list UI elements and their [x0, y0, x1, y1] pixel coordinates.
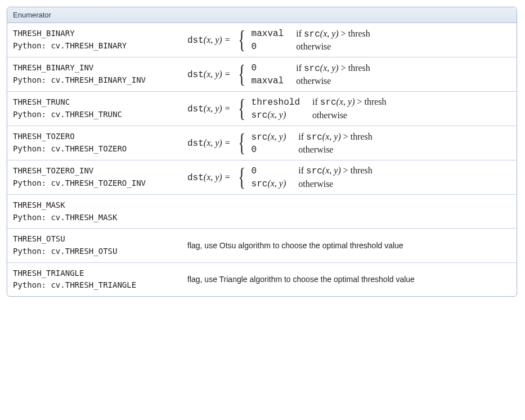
cond-args: (x, y): [320, 29, 339, 38]
enum-name-cell: THRESH_MASKPython: cv.THRESH_MASK: [7, 195, 182, 229]
enum-row: THRESH_MASKPython: cv.THRESH_MASK: [7, 195, 517, 229]
enum-python-name: Python: cv.THRESH_TRIANGLE: [13, 279, 176, 292]
enum-table: THRESH_BINARYPython: cv.THRESH_BINARYdst…: [7, 23, 517, 296]
cond-func: src: [304, 29, 320, 39]
formula-cases: maxvalif src(x, y) > thresh0otherwise: [252, 29, 370, 52]
enum-row: THRESH_OTSUPython: cv.THRESH_OTSUflag, u…: [7, 229, 517, 262]
enum-python-name: Python: cv.THRESH_TRUNC: [13, 109, 176, 121]
brace-icon: {: [239, 96, 246, 121]
enum-name: THRESH_TOZERO_INV: [13, 165, 176, 177]
cond-args: (x, y): [322, 166, 341, 175]
case-condition: otherwise: [298, 179, 373, 189]
formula-args: (x, y): [204, 35, 222, 44]
case-condition: if src(x, y) > thresh: [296, 63, 370, 74]
case-value: maxval: [252, 76, 284, 86]
enum-python-name: Python: cv.THRESH_TOZERO_INV: [13, 177, 176, 190]
enum-name-cell: THRESH_TOZEROPython: cv.THRESH_TOZERO: [7, 126, 182, 160]
case-value: src(x, y): [252, 178, 286, 189]
cond-suffix: > thresh: [355, 97, 386, 106]
case-value-func: src: [252, 179, 268, 189]
enum-name-cell: THRESH_OTSUPython: cv.THRESH_OTSU: [7, 229, 182, 262]
enum-description-cell: dst(x, y) = {src(x, y)if src(x, y) > thr…: [182, 126, 517, 160]
case-value-func: src: [252, 110, 268, 120]
enum-name: THRESH_OTSU: [13, 233, 176, 245]
cond-prefix: if: [296, 63, 304, 73]
case-value: 0: [252, 63, 284, 73]
cond-prefix: if: [298, 132, 306, 141]
cond-args: (x, y): [336, 97, 355, 106]
formula-dst: dst: [187, 104, 204, 114]
enum-name: THRESH_BINARY_INV: [13, 62, 176, 74]
case-value: maxval: [252, 29, 284, 39]
enum-name: THRESH_TRUNC: [13, 96, 176, 109]
case-value-func: src: [252, 132, 268, 142]
enum-description-cell: dst(x, y) = {0if src(x, y) > threshmaxva…: [182, 57, 517, 92]
formula-dst: dst: [187, 35, 204, 46]
enum-row: THRESH_TRIANGLEPython: cv.THRESH_TRIANGL…: [7, 262, 517, 296]
enum-description-cell: dst(x, y) = {thresholdif src(x, y) > thr…: [182, 92, 517, 126]
case-condition: if src(x, y) > thresh: [312, 97, 387, 108]
brace-icon: {: [239, 131, 246, 155]
enum-row: THRESH_TOZERO_INVPython: cv.THRESH_TOZER…: [7, 160, 517, 195]
enum-name-cell: THRESH_BINARY_INVPython: cv.THRESH_BINAR…: [7, 57, 182, 92]
enum-python-name: Python: cv.THRESH_TOZERO: [13, 143, 176, 155]
brace-icon: {: [239, 28, 246, 52]
formula-lhs: dst(x, y) =: [187, 138, 230, 149]
formula-lhs: dst(x, y) =: [187, 69, 230, 80]
cond-func: src: [304, 64, 320, 74]
cond-prefix: if: [298, 166, 306, 175]
case-condition: if src(x, y) > thresh: [296, 29, 370, 39]
enum-row: THRESH_BINARY_INVPython: cv.THRESH_BINAR…: [7, 57, 517, 92]
enum-description-text: flag, use Otsu algorithm to choose the o…: [187, 241, 403, 250]
enum-description-cell: flag, use Otsu algorithm to choose the o…: [182, 229, 517, 262]
formula-args: (x, y): [204, 104, 222, 113]
case-condition: if src(x, y) > thresh: [298, 132, 373, 142]
formula-cases: 0if src(x, y) > threshmaxvalotherwise: [252, 63, 370, 86]
enum-name: THRESH_MASK: [13, 199, 176, 212]
formula-dst: dst: [187, 70, 204, 80]
enum-description-text: flag, use Triangle algorithm to choose t…: [187, 275, 415, 284]
case-condition: otherwise: [296, 42, 370, 52]
case-value: 0: [252, 42, 284, 52]
cond-suffix: > thresh: [341, 132, 373, 141]
formula-lhs: dst(x, y) =: [187, 104, 230, 114]
case-condition: otherwise: [296, 76, 370, 86]
enum-name-cell: THRESH_TRUNCPython: cv.THRESH_TRUNC: [7, 92, 182, 126]
formula-lhs: dst(x, y) =: [187, 172, 230, 183]
enum-python-name: Python: cv.THRESH_BINARY_INV: [13, 74, 176, 87]
enumerator-panel: Enumerator THRESH_BINARYPython: cv.THRES…: [7, 7, 517, 297]
cond-prefix: if: [296, 29, 304, 38]
formula-cases: thresholdif src(x, y) > threshsrc(x, y)o…: [252, 97, 387, 120]
cond-suffix: > thresh: [339, 63, 370, 73]
brace-icon: {: [239, 62, 246, 87]
panel-header: Enumerator: [7, 7, 517, 23]
case-condition: otherwise: [298, 145, 373, 155]
enum-name: THRESH_TRIANGLE: [13, 267, 176, 280]
case-condition: if src(x, y) > thresh: [298, 166, 373, 176]
case-value: 0: [252, 145, 286, 155]
formula-args: (x, y): [204, 172, 222, 182]
enum-name: THRESH_TOZERO: [13, 131, 176, 143]
case-value-args: (x, y): [267, 132, 286, 141]
enum-description-cell: [182, 195, 517, 229]
formula-dst: dst: [187, 173, 204, 183]
cond-func: src: [306, 166, 322, 176]
enum-name: THRESH_BINARY: [13, 28, 176, 40]
case-value: 0: [252, 166, 286, 176]
enum-name-cell: THRESH_TOZERO_INVPython: cv.THRESH_TOZER…: [7, 160, 182, 195]
case-value: src(x, y): [252, 132, 286, 142]
case-value-args: (x, y): [267, 178, 286, 188]
enum-description-cell: flag, use Triangle algorithm to choose t…: [182, 262, 517, 296]
cond-suffix: > thresh: [339, 29, 370, 38]
enum-description-cell: dst(x, y) = {maxvalif src(x, y) > thresh…: [182, 23, 517, 57]
formula-cases: 0if src(x, y) > threshsrc(x, y)otherwise: [252, 166, 373, 189]
case-condition: otherwise: [312, 110, 387, 120]
cond-args: (x, y): [320, 63, 339, 73]
cond-func: src: [306, 132, 322, 142]
formula: dst(x, y) = {0if src(x, y) > threshsrc(x…: [187, 165, 511, 190]
formula: dst(x, y) = {0if src(x, y) > threshmaxva…: [187, 62, 511, 87]
brace-icon: {: [239, 165, 246, 190]
cond-prefix: if: [312, 97, 320, 106]
enum-row: THRESH_TRUNCPython: cv.THRESH_TRUNCdst(x…: [7, 92, 517, 126]
case-value: src(x, y): [252, 110, 300, 120]
